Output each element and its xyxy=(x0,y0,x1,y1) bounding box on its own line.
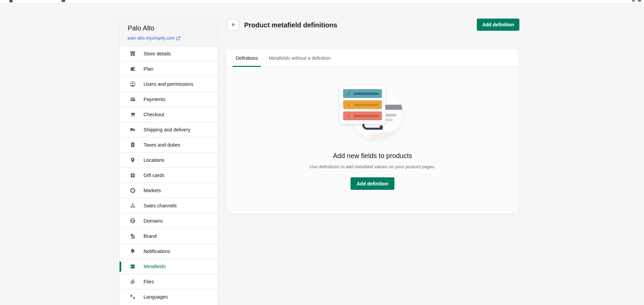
wallet-icon xyxy=(129,66,136,72)
illustration-field-row: # xyxy=(343,111,382,120)
field-type-glyph: # xyxy=(346,113,351,119)
sidebar-item-label: Sales channels xyxy=(144,203,177,208)
sidebar-item-label: Taxes and duties xyxy=(144,142,180,148)
sidebar-item-label: Domains xyxy=(144,218,163,224)
sidebar-item-label: Markets xyxy=(144,188,161,193)
user-circle-icon xyxy=(129,81,136,87)
topbar-logo-fragment xyxy=(9,0,12,2)
field-type-glyph: A xyxy=(346,102,351,107)
sidebar-item-users-and-permissions[interactable]: Users and permissions xyxy=(120,76,218,92)
settings-nav: Store detailsPlanUsers and permissionsPa… xyxy=(120,46,218,304)
illustration-field-card: A# xyxy=(340,86,385,124)
global-topbar-cropped xyxy=(0,0,644,3)
external-link-icon xyxy=(176,36,180,40)
topbar-notification-icon-fragment xyxy=(632,0,635,2)
truck-icon xyxy=(129,126,136,133)
sidebar-item-payments[interactable]: Payments xyxy=(120,92,218,107)
globe-cursor-icon xyxy=(129,218,136,224)
illustration-field-row xyxy=(343,89,382,98)
markets-globe-icon xyxy=(129,187,136,194)
illustration-gray-bar xyxy=(386,114,396,117)
sidebar-item-label: Locations xyxy=(144,157,164,163)
share-nodes-icon xyxy=(129,202,136,209)
add-definition-button-top[interactable]: Add definition xyxy=(477,19,519,31)
sidebar-item-brand[interactable]: Brand xyxy=(120,228,218,244)
sidebar-item-label: Notifications xyxy=(144,249,170,254)
metafields-illustration: A# xyxy=(339,85,406,140)
topbar-store-avatar-fragment xyxy=(61,0,65,2)
storefront-icon xyxy=(129,50,136,57)
sidebar-item-notifications[interactable]: Notifications xyxy=(120,244,218,259)
sidebar-item-label: Languages xyxy=(144,294,168,300)
metafield-definitions-card: DefinitionsMetafields without a definiti… xyxy=(226,49,519,214)
arrow-left-icon xyxy=(230,22,236,29)
settings-sidebar: Palo Alto palo-alto.myshopify.com Store … xyxy=(120,18,218,305)
sidebar-item-label: Payments xyxy=(144,97,165,102)
illustration-field-bar xyxy=(354,93,379,95)
brand-shapes-icon xyxy=(129,233,136,239)
sidebar-item-label: Files xyxy=(144,279,154,284)
add-definition-button-empty-state[interactable]: Add definition xyxy=(351,177,394,190)
paperclip-icon xyxy=(129,278,136,285)
tab-bar: DefinitionsMetafields without a definiti… xyxy=(226,49,519,67)
eyedropper-icon xyxy=(346,92,351,96)
sidebar-item-label: Checkout xyxy=(144,112,164,117)
metafields-stack-icon xyxy=(129,263,136,270)
sidebar-item-label: Gift cards xyxy=(144,173,164,178)
sidebar-store-header: Palo Alto palo-alto.myshopify.com xyxy=(120,18,218,46)
gift-icon xyxy=(129,172,136,179)
store-name: Palo Alto xyxy=(128,24,210,32)
empty-state-subtext: Use definitions to add metafield values … xyxy=(226,164,519,169)
store-domain-link[interactable]: palo-alto.myshopify.com xyxy=(128,35,180,41)
sidebar-item-shipping-and-delivery[interactable]: Shipping and delivery xyxy=(120,122,218,137)
sidebar-item-label: Users and permissions xyxy=(144,81,193,87)
empty-state-heading: Add new fields to products xyxy=(226,152,519,160)
topbar-user-avatar-fragment xyxy=(638,0,641,2)
sidebar-item-gift-cards[interactable]: Gift cards xyxy=(120,168,218,183)
tab-definitions[interactable]: Definitions xyxy=(230,49,263,67)
sidebar-item-label: Shipping and delivery xyxy=(144,127,190,132)
sidebar-item-checkout[interactable]: Checkout xyxy=(120,107,218,122)
translate-icon xyxy=(129,294,136,300)
location-pin-icon xyxy=(129,157,136,163)
illustration-field-row: A xyxy=(343,100,382,109)
sidebar-item-metafields[interactable]: Metafields xyxy=(120,259,218,274)
tab-metafields-without-a-definition[interactable]: Metafields without a definition xyxy=(263,49,336,67)
sidebar-item-label: Metafields xyxy=(144,264,166,269)
illustration-field-bar xyxy=(354,104,379,106)
illustration-gray-bar xyxy=(386,119,393,121)
sidebar-item-store-details[interactable]: Store details xyxy=(120,46,218,61)
store-domain-text: palo-alto.myshopify.com xyxy=(128,35,175,41)
sidebar-item-taxes-and-duties[interactable]: Taxes and duties xyxy=(120,137,218,152)
sidebar-item-label: Store details xyxy=(144,51,171,56)
sidebar-item-label: Plan xyxy=(144,66,153,72)
sidebar-item-markets[interactable]: Markets xyxy=(120,183,218,198)
illustration-field-bar xyxy=(354,115,379,117)
sidebar-item-sales-channels[interactable]: Sales channels xyxy=(120,198,218,213)
sidebar-item-files[interactable]: Files xyxy=(120,274,218,289)
sidebar-item-locations[interactable]: Locations xyxy=(120,152,218,168)
receipt-percent-icon xyxy=(129,142,136,148)
page-title: Product metafield definitions xyxy=(244,19,337,31)
illustration-cream-shape xyxy=(369,130,403,139)
sidebar-item-label: Brand xyxy=(144,233,157,239)
back-button[interactable] xyxy=(227,19,239,31)
credit-card-icon xyxy=(129,96,136,103)
bell-icon xyxy=(129,248,136,255)
cart-icon xyxy=(129,111,136,118)
sidebar-item-domains[interactable]: Domains xyxy=(120,213,218,228)
sidebar-item-plan[interactable]: Plan xyxy=(120,61,218,76)
illustration-connector-ring xyxy=(380,125,383,129)
sidebar-item-languages[interactable]: Languages xyxy=(120,289,218,304)
selected-indicator xyxy=(120,261,121,272)
empty-state-panel: A# Add new fields to products Use defini… xyxy=(226,67,519,214)
